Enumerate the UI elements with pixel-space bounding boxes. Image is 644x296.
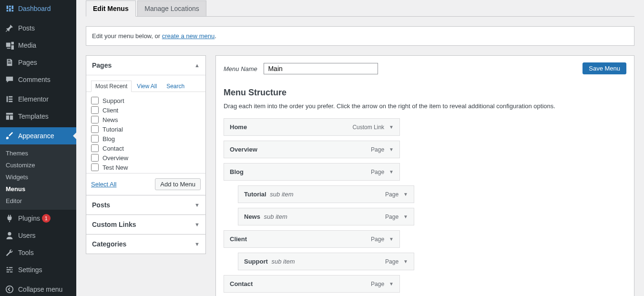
submenu-editor[interactable]: Editor <box>0 195 76 207</box>
sidebar-item-tools[interactable]: Tools <box>0 244 76 261</box>
page-check-item[interactable]: Blog <box>91 134 201 143</box>
sidebar-item-label: Appearance <box>18 132 54 140</box>
inner-tab-view-all[interactable]: View All <box>133 81 161 92</box>
accordion-header-posts[interactable]: Posts ▼ <box>86 195 205 214</box>
menu-item-title: Contact <box>230 280 253 287</box>
sidebar-item-label: Comments <box>18 76 51 83</box>
accordion-header-pages[interactable]: Pages ▲ <box>86 56 205 75</box>
sidebar-item-label: Media <box>18 41 36 49</box>
menu-item-title: Client <box>230 235 247 243</box>
page-check-item[interactable]: News <box>91 115 201 124</box>
menu-item-sub-label: sub item <box>264 213 287 220</box>
accordion-header-custom-links[interactable]: Custom Links ▼ <box>86 215 205 234</box>
chevron-down-icon[interactable]: ▼ <box>403 192 408 197</box>
chevron-down-icon[interactable]: ▼ <box>403 214 408 219</box>
appearance-submenu: Themes Customize Widgets Menus Editor <box>0 144 76 210</box>
menu-structure-item[interactable]: HomeCustom Link▼ <box>224 118 400 136</box>
tab-manage-locations[interactable]: Manage Locations <box>137 0 206 16</box>
sidebar-item-label: Pages <box>18 59 37 66</box>
menu-structure-item[interactable]: Support sub itemPage▼ <box>238 253 414 270</box>
page-checkbox[interactable] <box>91 116 99 123</box>
menu-item-type: Page <box>385 258 399 265</box>
menu-item-type: Page <box>385 191 399 198</box>
sidebar-item-dashboard[interactable]: Dashboard <box>0 0 76 17</box>
save-menu-button[interactable]: Save Menu <box>583 62 626 74</box>
elementor-icon <box>5 94 14 104</box>
chevron-down-icon[interactable]: ▼ <box>389 281 394 286</box>
select-all-link[interactable]: Select All <box>91 181 116 188</box>
menu-name-input[interactable] <box>264 63 378 74</box>
page-label: Blog <box>102 135 115 143</box>
sidebar-item-label: Collapse menu <box>18 286 62 293</box>
wrench-icon <box>5 248 14 257</box>
create-menu-link[interactable]: create a new menu <box>162 32 215 40</box>
sidebar-item-label: Users <box>18 232 36 239</box>
menu-item-type: Page <box>385 214 399 220</box>
inner-tab-search[interactable]: Search <box>162 81 189 92</box>
tab-edit-menus[interactable]: Edit Menus <box>86 0 136 17</box>
user-icon <box>5 231 14 240</box>
sidebar-item-label: Settings <box>18 266 42 274</box>
submenu-themes[interactable]: Themes <box>0 147 76 159</box>
menu-structure-item[interactable]: Tutorial sub itemPage▼ <box>238 185 414 203</box>
intro-text: Edit your menu below, or <box>92 32 162 40</box>
chevron-down-icon[interactable]: ▼ <box>389 147 394 152</box>
chevron-down-icon[interactable]: ▼ <box>389 236 394 242</box>
menu-settings-column: Pages ▲ Most Recent View All Search Supp… <box>86 55 206 296</box>
page-checkbox[interactable] <box>91 154 99 162</box>
chevron-up-icon: ▲ <box>194 62 200 68</box>
brush-icon <box>5 131 14 141</box>
sidebar-item-media[interactable]: Media <box>0 37 76 54</box>
page-checkbox[interactable] <box>91 163 99 171</box>
admin-sidebar: Dashboard Posts Media Pages Comments Ele… <box>0 0 76 296</box>
page-check-item[interactable]: Client <box>91 105 201 115</box>
menu-item-title: Overview <box>230 146 257 153</box>
page-checkbox[interactable] <box>91 106 99 114</box>
sidebar-item-comments[interactable]: Comments <box>0 71 76 88</box>
sidebar-item-label: Elementor <box>18 95 49 103</box>
page-check-item[interactable]: Test New <box>91 163 201 172</box>
accordion-header-categories[interactable]: Categories ▼ <box>86 235 205 254</box>
page-check-item[interactable]: Contact <box>91 143 201 153</box>
menu-structure-item[interactable]: OverviewPage▼ <box>224 141 400 158</box>
page-label: Tutorial <box>102 126 123 133</box>
menu-item-sub-label: sub item <box>271 258 295 265</box>
menu-structure-item[interactable]: ContactPage▼ <box>224 275 400 293</box>
menu-structure-item[interactable]: ClientPage▼ <box>224 230 400 248</box>
chevron-down-icon[interactable]: ▼ <box>389 169 394 174</box>
sidebar-item-elementor[interactable]: Elementor <box>0 91 76 108</box>
submenu-customize[interactable]: Customize <box>0 159 76 171</box>
menu-item-sub-label: sub item <box>270 191 293 198</box>
sidebar-item-plugins[interactable]: Plugins 1 <box>0 210 76 227</box>
page-checkbox[interactable] <box>91 125 99 133</box>
add-to-menu-button[interactable]: Add to Menu <box>155 178 201 190</box>
sidebar-item-pages[interactable]: Pages <box>0 54 76 71</box>
page-label: Support <box>102 97 124 104</box>
page-checkbox[interactable] <box>91 135 99 143</box>
menu-structure-item[interactable]: News sub itemPage▼ <box>238 208 414 225</box>
sidebar-item-appearance[interactable]: Appearance <box>0 127 76 144</box>
svg-point-0 <box>6 286 13 293</box>
accordion-title: Categories <box>92 240 126 248</box>
pages-checklist[interactable]: SupportClientNewsTutorialBlogContactOver… <box>86 92 205 173</box>
menu-item-title: Blog <box>230 168 244 175</box>
page-icon <box>5 58 14 67</box>
page-check-item[interactable]: Overview <box>91 153 201 163</box>
inner-tab-most-recent[interactable]: Most Recent <box>91 81 132 92</box>
nav-tabs: Edit Menus Manage Locations <box>86 0 634 17</box>
sidebar-item-posts[interactable]: Posts <box>0 20 76 37</box>
page-check-item[interactable]: Tutorial <box>91 124 201 134</box>
sidebar-item-users[interactable]: Users <box>0 227 76 244</box>
sidebar-item-templates[interactable]: Templates <box>0 108 76 125</box>
chevron-down-icon[interactable]: ▼ <box>389 124 394 130</box>
page-checkbox[interactable] <box>91 97 99 104</box>
submenu-widgets[interactable]: Widgets <box>0 171 76 183</box>
sidebar-collapse[interactable]: Collapse menu <box>0 281 76 296</box>
submenu-menus[interactable]: Menus <box>0 183 76 195</box>
page-check-item[interactable]: Support <box>91 96 201 105</box>
chevron-down-icon[interactable]: ▼ <box>403 259 408 264</box>
sidebar-item-settings[interactable]: Settings <box>0 261 76 278</box>
page-checkbox[interactable] <box>91 144 99 152</box>
collapse-icon <box>5 285 14 294</box>
menu-structure-item[interactable]: BlogPage▼ <box>224 163 400 181</box>
